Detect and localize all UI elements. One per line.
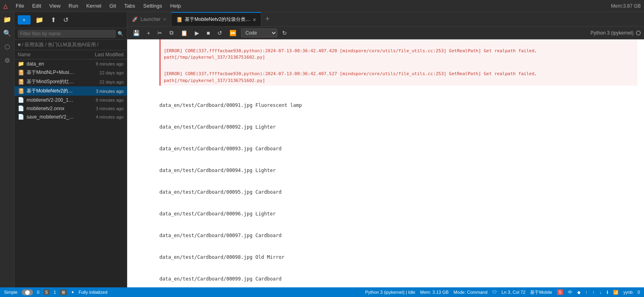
error-output-1: [ERROR] CORE(337,ffffacbae930,python):20… <box>159 39 638 63</box>
file-name: mobilenetV2-200_1067.ckpt <box>27 97 75 103</box>
ln-col-info: Ln 3, Col 72 <box>502 290 525 295</box>
notebook-tab-icon: 📔 <box>176 17 182 23</box>
refresh-icon-btn[interactable]: ↺ <box>61 14 71 25</box>
search-icon: 🔍 <box>118 31 124 37</box>
app-logo: △ <box>3 3 8 9</box>
output-line: data_en/test/Cardboard/00093.jpg Cardboa… <box>159 145 641 152</box>
kernel-info: Python 3 (ipykernel) <box>590 30 641 36</box>
file-short: 基于Mobile <box>530 289 552 295</box>
paste-button[interactable]: 📋 <box>178 29 190 37</box>
folder-icon-btn[interactable]: 📁 <box>33 14 46 25</box>
status-left: Simple ⬤ 0 S 1 ⊞ ✦ Fully initialized <box>4 289 107 295</box>
tab-bar: 🚀 Launcher × 📔 基于MobileNetv2的垃圾分类… × + <box>127 12 644 27</box>
error-text-1: [ERROR] CORE(337,ffffacbae930,python):20… <box>164 48 540 60</box>
tab-notebook[interactable]: 📔 基于MobileNetv2的垃圾分类… × <box>171 12 261 26</box>
arrow-up2-icon: ↑ <box>592 290 595 295</box>
list-item[interactable]: 📔 基于MindSpore的红酒分类实验.ipynb 22 days ago <box>14 77 127 86</box>
menu-run[interactable]: Run <box>65 2 81 10</box>
error-output-2: [ERROR] CORE(337,ffffacbae930,python):20… <box>159 63 638 86</box>
list-item[interactable]: 📔 基于MindNLP+MusicGen生成自己的个性化音乐.ipynb 22 … <box>14 68 127 77</box>
menu-bar: △ File Edit View Run Kernel Git Tabs Set… <box>0 0 644 12</box>
launcher-tab-close[interactable]: × <box>163 16 166 23</box>
sidebar-icon-settings[interactable]: ⚙ <box>2 55 13 66</box>
output-line: data_en/test/Cardboard/00092.jpg Lighter <box>159 123 641 131</box>
menu-file[interactable]: File <box>12 2 27 10</box>
run-button[interactable]: ▶ <box>192 29 202 37</box>
tab-launcher[interactable]: 🚀 Launcher × <box>127 12 171 26</box>
list-item[interactable]: 📄 mobilenetV2-200_1067.ckpt 8 minutes ag… <box>14 96 127 104</box>
error-text-2: [ERROR] CORE(337,ffffacbae930,python):20… <box>164 71 540 83</box>
fast-forward-button[interactable]: ⏩ <box>227 29 239 37</box>
output-line: data_en/test/Cardboard/00098.jpg Old Mir… <box>159 254 641 261</box>
sidebar-icon-files[interactable]: 📁 <box>2 14 13 25</box>
menu-view[interactable]: View <box>46 2 64 10</box>
cut-button[interactable]: ✂ <box>155 29 165 37</box>
notebook-content[interactable]: [ERROR] CORE(337,ffffacbae930,python):20… <box>127 39 644 287</box>
list-item[interactable]: 📔 基于MobileNetv2的垃圾分类函数式自动微分.ipynb 3 minu… <box>14 86 127 96</box>
launcher-tab-icon: 🚀 <box>132 16 138 22</box>
file-time: 22 days ago <box>75 70 124 75</box>
menu-kernel[interactable]: Kernel <box>83 2 105 10</box>
file-icon: 📄 <box>18 105 24 111</box>
menu-git[interactable]: Git <box>106 2 120 10</box>
output-line: data_en/test/Cardboard/00096.jpg Lighter <box>159 210 641 217</box>
launcher-tab-label: Launcher <box>140 16 161 22</box>
wifi-icon: 📶 <box>613 290 619 295</box>
file-list-header: Name Last Modified <box>14 50 127 59</box>
toggle-switch[interactable]: ⬤ <box>22 289 33 295</box>
initialized-text: ✦ <box>71 290 74 295</box>
file-name: 基于MobileNetv2的垃圾分类函数式自动微分.ipynb <box>27 88 75 94</box>
file-toolbar: + 📁 ⬆ ↺ <box>14 12 127 28</box>
notebook-icon: 📔 <box>18 79 24 85</box>
arrow-down-icon: ↓ <box>599 290 602 295</box>
file-time: 4 minutes ago <box>75 115 124 119</box>
menu-settings[interactable]: Settings <box>140 2 165 10</box>
notebook-icon: 📔 <box>18 70 24 76</box>
notebook-toolbar: 💾 + ✂ ⧉ 📋 ▶ ■ ↺ ⏩ Code Markdown Raw ↻ Py… <box>127 27 644 39</box>
output-line: data_en/test/Cardboard/00097.jpg Cardboa… <box>159 232 641 239</box>
upload-icon-btn[interactable]: ⬆ <box>48 14 58 25</box>
output-line: data_en/test/Cardboard/00094.jpg Lighter <box>159 167 641 174</box>
save-button[interactable]: 💾 <box>130 29 142 37</box>
menu-tabs[interactable]: Tabs <box>121 2 138 10</box>
menu-edit[interactable]: Edit <box>29 2 44 10</box>
new-button[interactable]: + <box>18 15 31 25</box>
stop-button[interactable]: ■ <box>204 29 212 37</box>
cell-type-select[interactable]: Code Markdown Raw <box>241 29 277 37</box>
zero-badge: 0 <box>37 290 39 295</box>
file-time: 3 minutes ago <box>75 106 124 111</box>
add-cell-button[interactable]: + <box>144 29 153 37</box>
file-icon: 📄 <box>18 97 24 103</box>
sidebar-icon-search[interactable]: 🔍 <box>2 27 13 39</box>
yynb-text: yynb <box>623 290 633 295</box>
zero-right: 0 <box>638 290 640 295</box>
copy-button[interactable]: ⧉ <box>167 28 176 37</box>
list-item[interactable]: 📁 data_en 8 minutes ago <box>14 59 127 68</box>
file-icon: 📄 <box>18 114 24 120</box>
tab-add-button[interactable]: + <box>261 15 274 23</box>
mem-info: Mem: 3.13 GB <box>420 290 449 295</box>
info-icon: ℹ <box>607 290 608 295</box>
breadcrumb: ■ / 应用实践 / 热门LLM及其他AI应用 / <box>14 40 127 50</box>
notebook-tab-label: 基于MobileNetv2的垃圾分类… <box>185 16 250 23</box>
list-item[interactable]: 📄 save_mobilenetV2_model.ckpt 4 minutes … <box>14 113 127 121</box>
menu-help[interactable]: Help <box>167 2 184 10</box>
notebook-tab-close[interactable]: × <box>253 16 256 23</box>
kernel-name: Python 3 (ipykernel) <box>590 30 634 36</box>
output-block: data_en/test/Cardboard/00091.jpg Fluores… <box>127 86 644 287</box>
kernel-status-circle <box>636 31 641 35</box>
file-time: 8 minutes ago <box>75 98 124 102</box>
restart-button[interactable]: ↺ <box>215 29 225 37</box>
python-kernel-info: Python 3 (ipykernel) | Idle <box>365 290 415 295</box>
file-time: 3 minutes ago <box>75 89 124 94</box>
sidebar-icons: 📁 🔍 ⬡ ⚙ <box>0 12 14 287</box>
search-input[interactable] <box>18 30 116 38</box>
refresh-kernel-button[interactable]: ↻ <box>280 29 289 37</box>
file-name: mobilenetv2.onnx <box>27 106 75 111</box>
sidebar-icon-extensions[interactable]: ⬡ <box>2 41 13 52</box>
content-area: 🚀 Launcher × 📔 基于MobileNetv2的垃圾分类… × + 💾… <box>127 12 644 287</box>
cpu-icon: ⊞ <box>60 289 67 295</box>
notebook-icon: 📔 <box>18 88 24 94</box>
fully-initialized: Fully initialized <box>78 290 107 295</box>
list-item[interactable]: 📄 mobilenetv2.onnx 3 minutes ago <box>14 104 127 113</box>
